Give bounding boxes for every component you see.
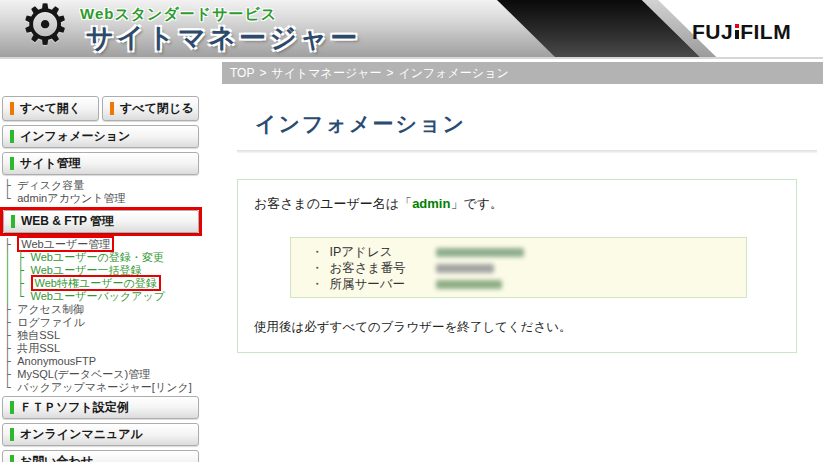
sidebar-item-label: ログファイル [17,316,85,328]
green-accent-bar-icon [10,157,14,170]
expand-all-button[interactable]: すべて開く [2,96,99,121]
account-info-box: ・IPアドレス ・お客さま番号 ・所属サーバー [290,237,747,298]
tree-branch-icon: └ [4,192,17,205]
info-row-customer-number: ・お客さま番号 [311,260,746,276]
browser-close-note: 使用後は必ずすべてのブラウザーを終了してください。 [254,319,571,336]
sidebar-item-label: 独自SSL [17,329,60,341]
tree-branch-icon: ├ [4,238,17,251]
sidebar-item-label: バックアップマネージャー[リンク] [17,381,191,393]
information-panel: お客さまのユーザー名は「admin」です。 ・IPアドレス ・お客さま番号 ・所… [237,179,797,353]
sidebar-item-label: アクセス制御 [17,303,84,315]
fujifilm-logo-i-dot [735,24,739,39]
tree-branch-icon: │ ├ [4,277,31,290]
bullet-icon: ・ [311,277,324,291]
app-title: サイトマネージャー [86,20,360,56]
breadcrumb-separator: > [386,66,393,80]
info-label-assigned-server: 所属サーバー [330,276,436,292]
sidebar-menu: すべて開く すべて閉じる インフォメーション サイト管理 ├ ディスク容量 └ … [2,96,199,462]
collapse-all-label: すべて閉じる [120,100,193,117]
breadcrumb-item-top[interactable]: TOP [230,66,254,80]
green-accent-bar-icon [10,455,14,462]
sidebar-section-online-manual-label: オンラインマニュアル [20,426,143,443]
sidebar-section-web-ftp-label: WEB & FTP 管理 [21,213,114,230]
expand-all-label: すべて開く [20,100,81,117]
green-accent-bar-icon [11,215,15,228]
sidebar-item-label: MySQL(データベース)管理 [17,368,150,380]
sidebar-section-ftp-soft-label: ＦＴＰソフト設定例 [20,399,129,416]
sidebar-item-admin-account[interactable]: └ adminアカウント管理 [4,192,199,205]
sidebar-item-web-user-register[interactable]: │ ├ Webユーザーの登録・変更 [4,251,199,264]
info-label-customer-number: お客さま番号 [330,260,436,276]
web-ftp-tree: ├ Webユーザー管理 │ ├ Webユーザーの登録・変更 │ ├ Webユーザ… [4,238,199,394]
sidebar-item-disk-usage[interactable]: ├ ディスク容量 [4,179,199,192]
tree-branch-icon: └ [4,381,17,394]
sidebar-item-shared-ssl[interactable]: ├ 共用SSL [4,342,199,355]
sidebar-item-web-user-backup[interactable]: │ └ Webユーザーバックアップ [4,290,199,303]
username-line-prefix: お客さまのユーザー名は「 [254,196,412,211]
site-management-tree: ├ ディスク容量 └ adminアカウント管理 [4,179,199,205]
username-line: お客さまのユーザー名は「admin」です。 [254,195,503,213]
sidebar-item-label: 共用SSL [17,342,60,354]
green-accent-bar-icon [10,428,14,441]
app-header: ⚙ Webスタンダードサービス サイトマネージャー FUJFILM [0,0,823,57]
sidebar-section-ftp-soft-example[interactable]: ＦＴＰソフト設定例 [2,396,199,419]
breadcrumb-item-sitemanager[interactable]: サイトマネージャー [271,66,381,80]
sidebar-item-backup-manager-link[interactable]: └ バックアップマネージャー[リンク] [4,381,199,394]
fujifilm-logo-right: FILM [740,20,791,43]
bullet-icon: ・ [311,261,324,275]
sidebar-item-label: adminアカウント管理 [17,192,125,204]
header-divider [0,57,823,59]
sidebar-item-log-file[interactable]: ├ ログファイル [4,316,199,329]
bullet-icon: ・ [311,245,324,259]
fujifilm-logo: FUJFILM [692,20,791,44]
breadcrumb-item-information: インフォメーション [398,66,508,80]
username-value: admin [412,196,450,211]
redacted-value-customer-number [436,264,494,273]
tree-branch-icon: ├ [4,368,17,381]
fujifilm-logo-left: FUJ [692,20,733,43]
sidebar-section-site-management-label: サイト管理 [20,155,81,172]
sidebar-item-label: AnonymousFTP [17,355,96,367]
tree-branch-icon: │ └ [4,290,31,303]
sidebar-section-online-manual[interactable]: オンラインマニュアル [2,423,199,446]
sidebar-item-own-ssl[interactable]: ├ 独自SSL [4,329,199,342]
tree-branch-icon: ├ [4,355,17,368]
tree-branch-icon: ├ [4,303,17,316]
sidebar-item-label: Webユーザーの登録・変更 [31,251,164,263]
green-accent-bar-icon [10,130,14,143]
sidebar-section-contact-label: お問い合わせ [20,453,93,462]
sidebar-item-mysql-management[interactable]: ├ MySQL(データベース)管理 [4,368,199,381]
tree-branch-icon: ├ [4,316,17,329]
tree-branch-icon: │ ├ [4,264,31,277]
red-highlight-box-web-privileged-user: Web特権ユーザーの登録 [31,275,161,291]
sidebar-item-access-control[interactable]: ├ アクセス制御 [4,303,199,316]
breadcrumb: TOP>サイトマネージャー>インフォメーション [222,62,823,84]
sidebar-section-contact[interactable]: お問い合わせ [2,450,199,462]
red-highlight-box-web-user-management: Webユーザー管理 [17,236,114,252]
tree-branch-icon: ├ [4,179,17,192]
sidebar-item-label: Webユーザーバックアップ [31,290,165,302]
username-line-suffix: 」です。 [450,196,503,211]
redacted-value-assigned-server [436,280,502,289]
collapse-all-button[interactable]: すべて閉じる [102,96,199,121]
redacted-value-ip-address [436,248,524,257]
green-accent-bar-icon [10,401,14,414]
orange-accent-bar-icon [10,102,14,115]
info-row-assigned-server: ・所属サーバー [311,276,746,292]
red-highlight-box-webftp: WEB & FTP 管理 [0,207,202,236]
breadcrumb-separator: > [259,66,266,80]
sidebar-section-site-management[interactable]: サイト管理 [2,152,199,175]
sidebar-item-anonymous-ftp[interactable]: ├ AnonymousFTP [4,355,199,368]
sidebar-item-label: ディスク容量 [17,179,84,191]
sidebar-item-web-privileged-user-register[interactable]: │ ├ Web特権ユーザーの登録 [4,277,199,290]
page-title: インフォメーション [255,110,466,138]
sidebar-section-web-ftp-management[interactable]: WEB & FTP 管理 [3,210,199,233]
tree-branch-icon: ├ [4,342,17,355]
sidebar-item-web-user-management[interactable]: ├ Webユーザー管理 [4,238,199,251]
orange-accent-bar-icon [110,102,114,115]
tree-branch-icon: ├ [4,329,17,342]
info-label-ip-address: IPアドレス [330,244,436,260]
gear-icon: ⚙ [20,0,70,56]
info-row-ip-address: ・IPアドレス [311,244,746,260]
sidebar-section-information[interactable]: インフォメーション [2,125,199,148]
